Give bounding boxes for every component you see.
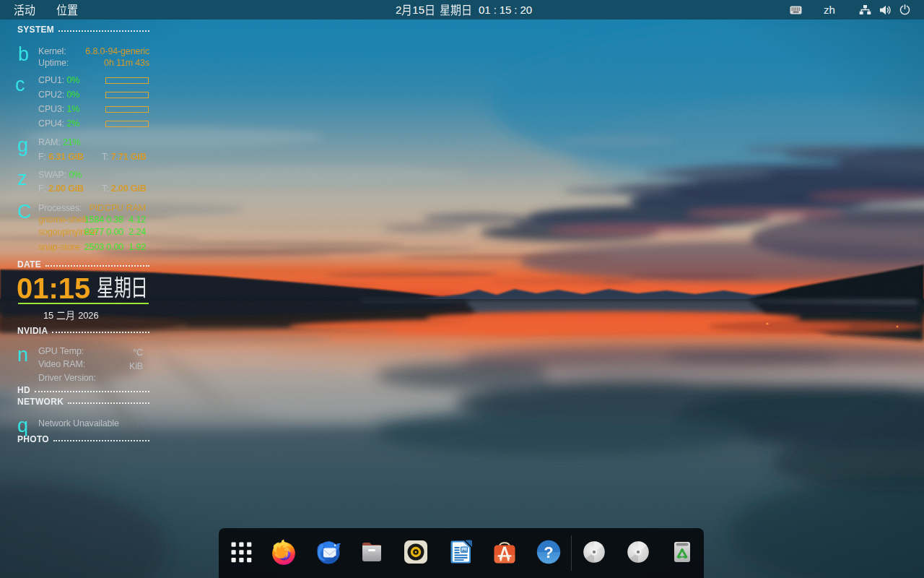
svg-text:?: ? — [544, 543, 553, 561]
